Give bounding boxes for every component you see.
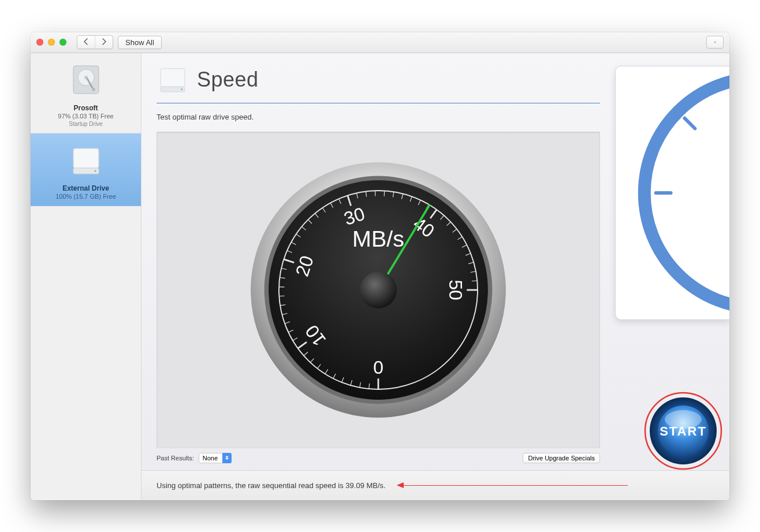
svg-point-2 <box>714 42 714 43</box>
svg-point-78 <box>360 271 397 308</box>
nav-back-forward <box>77 35 113 49</box>
chevron-left-icon <box>83 38 89 45</box>
svg-line-83 <box>684 118 695 128</box>
svg-point-15 <box>181 88 182 90</box>
minimize-window-button[interactable] <box>48 39 55 46</box>
close-window-button[interactable] <box>36 39 43 46</box>
drive-free-space: 97% (3.03 TB) Free <box>36 113 135 120</box>
svg-line-36 <box>279 296 284 296</box>
start-button-icon: START <box>643 390 724 471</box>
svg-point-0 <box>714 42 714 42</box>
past-results-select[interactable]: None <box>199 453 232 463</box>
status-bar: Using optimal patterns, the raw sequenti… <box>141 470 729 500</box>
window-controls <box>36 39 66 46</box>
drive-upgrade-button[interactable]: Drive Upgrade Specials <box>523 453 600 463</box>
list-view-button[interactable] <box>706 36 724 49</box>
titlebar: Show All <box>31 32 729 53</box>
back-button[interactable] <box>77 36 95 49</box>
mini-gauge-icon <box>616 66 729 319</box>
svg-point-9 <box>92 88 95 91</box>
drive-free-space: 100% (15.7 GB) Free <box>36 193 135 200</box>
svg-text:50: 50 <box>445 280 466 300</box>
external-drive-icon <box>68 142 105 178</box>
start-button[interactable]: START <box>643 390 724 471</box>
drive-sidebar: Prosoft 97% (3.03 TB) Free Startup Drive… <box>31 53 141 500</box>
drive-name: Prosoft <box>36 104 135 112</box>
page-description: Test optimal raw drive speed. <box>157 113 600 121</box>
drive-item-prosoft[interactable]: Prosoft 97% (3.03 TB) Free Startup Drive <box>31 53 141 133</box>
drive-name: External Drive <box>36 184 135 192</box>
drive-header-icon <box>157 64 189 96</box>
mini-gauge-preview <box>615 66 729 320</box>
app-window: Show All Prosoft 97% (3.03 <box>31 32 729 500</box>
status-text: Using optimal patterns, the raw sequenti… <box>157 481 386 490</box>
svg-point-4 <box>714 43 714 43</box>
svg-rect-10 <box>73 148 99 168</box>
annotation-arrow <box>397 485 628 486</box>
drive-item-external[interactable]: External Drive 100% (15.7 GB) Free <box>31 133 141 206</box>
svg-line-54 <box>384 191 385 196</box>
gauge-footer: Past Results: None Drive Upgrade Special… <box>157 448 600 464</box>
list-icon <box>714 39 716 46</box>
page-header: Speed <box>157 64 600 103</box>
chevron-right-icon <box>101 38 107 45</box>
speed-gauge: 01020304050 MB/s <box>243 154 514 426</box>
svg-text:0: 0 <box>373 357 383 378</box>
internal-drive-icon <box>68 61 105 98</box>
page-title: Speed <box>197 68 259 92</box>
drive-type: Startup Drive <box>36 121 135 127</box>
side-preview-panel: ? <box>615 53 729 470</box>
gauge-unit-label: MB/s <box>352 225 404 251</box>
svg-rect-13 <box>161 68 185 87</box>
zoom-window-button[interactable] <box>59 39 66 46</box>
forward-button[interactable] <box>95 36 113 49</box>
show-all-button[interactable]: Show All <box>118 36 162 49</box>
past-results-label: Past Results: <box>157 455 194 462</box>
svg-text:START: START <box>660 424 707 438</box>
gauge-area: 01020304050 MB/s <box>157 132 600 448</box>
main-pane: Speed Test optimal raw drive speed. <box>141 53 729 500</box>
svg-point-12 <box>94 170 96 172</box>
